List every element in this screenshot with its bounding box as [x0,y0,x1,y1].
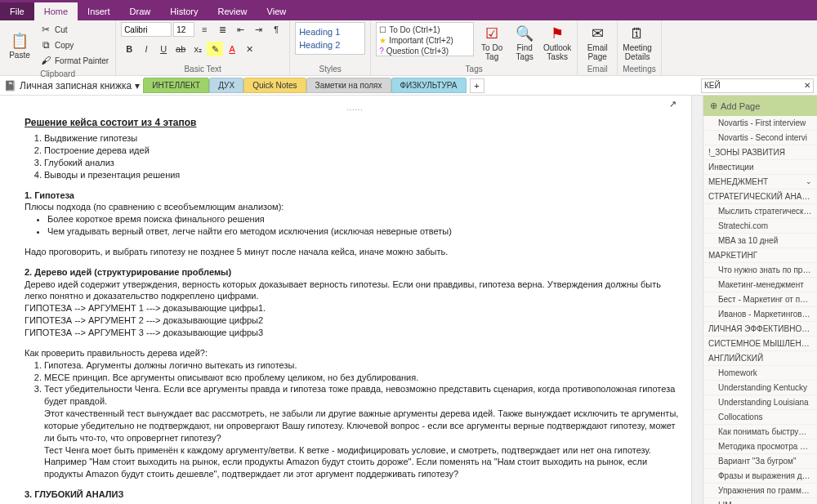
menu-history[interactable]: History [160,2,208,20]
clipboard-label: Clipboard [5,68,110,80]
page-list-item[interactable]: Collocations [703,410,817,425]
italic-button[interactable]: I [138,42,154,56]
font-color-button[interactable]: A [224,42,240,56]
popout-button[interactable]: ↗ [669,99,676,109]
page-list-item[interactable]: Фразы и выражения для з [703,469,817,484]
font-name-select[interactable] [121,22,172,37]
menu-tabs: File Home Insert Draw History Review Vie… [0,2,817,20]
ribbon: 📋 Paste ✂Cut ⧉Copy 🖌Format Painter Clipb… [0,20,817,76]
page-list-item[interactable]: LIM [703,498,817,504]
page-list-item[interactable]: !_ЗОНЫ РАЗВИТИЯ [703,145,817,160]
page-list-item[interactable]: Novartis - Second intervi [703,131,817,145]
page-scrollbar[interactable] [691,96,703,504]
outlook-tasks-button[interactable]: ⚑Outlook Tasks [542,22,572,63]
page-list-item[interactable]: Методика просмотра c cy [703,439,817,454]
tags-gallery[interactable]: ☐To Do (Ctrl+1) ★Important (Ctrl+2) ?Que… [376,22,474,56]
style-heading1: Heading 1 [299,27,361,37]
styles-label: Styles [295,63,365,75]
page-list-item[interactable]: Novartis - First interview [703,116,817,131]
underline-button[interactable]: U [155,42,172,56]
email-icon: ✉ [587,24,607,43]
numbering-button[interactable]: ≣ [214,22,230,37]
add-section-button[interactable]: + [470,78,484,93]
menu-home[interactable]: Home [34,2,78,20]
page-list-item[interactable]: Understanding Louisiana [703,395,817,410]
page-list-item[interactable]: МАРКЕТИНГ [703,248,817,263]
section-tab-1[interactable]: ДУХ [209,78,243,93]
bullets-button[interactable]: ≡ [196,22,212,37]
notebook-title[interactable]: Личная записная книжка▾ [20,80,140,91]
group-clipboard: 📋 Paste ✂Cut ⧉Copy 🖌Format Painter Clipb… [0,20,116,75]
format-painter-button[interactable]: 🖌Format Painter [38,53,110,68]
page-list-item[interactable]: Что нужно знать по проду [703,263,817,278]
page-list-item[interactable]: Вариант "За бугром" [703,454,817,469]
close-icon[interactable]: ✕ [804,81,810,90]
steps-list: Выдвижение гипотезы Построение дерева ид… [44,132,685,181]
section-tabs: ИНТЕЛЛЕКТ ДУХ Quick Notes Заметки на пол… [143,78,698,93]
page-list-item[interactable]: МЕНЕДЖМЕНТ⌄ [703,175,817,190]
page-list-item[interactable]: Как понимать быструю ре [703,425,817,439]
add-page-button[interactable]: ⊕Add Page [703,96,817,116]
page-list-item[interactable]: Understanding Kentucky [703,381,817,395]
menu-review[interactable]: Review [208,2,257,20]
section-tab-3[interactable]: Заметки на полях [306,78,391,93]
page-list-item[interactable]: Инвестиции [703,160,817,175]
cut-icon: ✂ [39,23,52,36]
cut-button[interactable]: ✂Cut [38,22,110,37]
menu-insert[interactable]: Insert [78,2,120,20]
subscript-button[interactable]: x₂ [190,42,206,56]
note-content[interactable]: Решение кейса состоит из 4 этапов Выдвиж… [25,116,685,501]
page-list-item[interactable]: АНГЛИЙСКИЙ [703,351,817,366]
meetings-label: Meetings [623,63,656,75]
meeting-icon: 🗓 [627,24,647,43]
page-list-item[interactable]: Макетинг-менеджмент [703,278,817,292]
find-tags-button[interactable]: 🔍Find Tags [510,22,539,63]
page-list-item[interactable]: Иванов - Маркетинговый [703,307,817,322]
email-label: Email [583,63,612,75]
page-list-item[interactable]: СИСТЕМНОЕ МЫШЛЕНИЕ [703,337,817,351]
basic-text-label: Basic Text [121,63,284,75]
plus-icon: ⊕ [710,100,717,111]
page-list-item[interactable]: Мыслить стратегически Н [703,204,817,219]
font-size-select[interactable] [173,22,194,37]
clear-format-button[interactable]: ✕ [241,42,257,56]
page-title: Решение кейса состоит из 4 этапов [25,116,685,129]
page-canvas[interactable]: ⋯⋯ ↗ Решение кейса состоит из 4 этапов В… [0,96,691,504]
bold-button[interactable]: B [121,42,137,56]
page-list-item[interactable]: СТРАТЕГИЧЕСКИЙ АНАЛИЗ [703,190,817,204]
meeting-details-button[interactable]: 🗓Meeting Details [623,22,652,63]
flag-icon: ⚑ [547,24,567,43]
section-tab-2[interactable]: Quick Notes [243,78,306,93]
copy-button[interactable]: ⧉Copy [38,38,110,52]
strike-button[interactable]: ab [172,42,189,56]
tag-todo: ☐To Do (Ctrl+1) [378,25,471,35]
paste-button[interactable]: 📋 Paste [5,22,34,68]
menu-view[interactable]: View [257,2,297,20]
notebook-icon[interactable]: 📓 [3,79,16,92]
outdent-button[interactable]: ⇤ [232,22,248,37]
drag-handle[interactable]: ⋯⋯ [25,104,685,116]
page-list-item[interactable]: ЛИЧНАЯ ЭФФЕКТИВНОСТЬ [703,322,817,337]
email-page-button[interactable]: ✉Email Page [583,22,612,63]
page-list-item[interactable]: MBA за 10 дней [703,234,817,248]
styles-gallery[interactable]: Heading 1 Heading 2 [295,22,365,55]
section-tab-4[interactable]: ФИЗКУЛЬТУРА [391,78,467,93]
search-input[interactable]: КЕЙ ✕ [701,78,814,93]
highlight-button[interactable]: ✎ [207,42,223,56]
todo-tag-button[interactable]: ☑To Do Tag [477,22,507,63]
section-tab-0[interactable]: ИНТЕЛЛЕКТ [143,78,209,93]
tag-question: ?Question (Ctrl+3) [378,46,471,56]
page-list-item[interactable]: Упражнения по граммати [703,484,817,498]
chevron-down-icon: ⌄ [806,177,812,185]
indent-button[interactable]: ⇥ [250,22,266,37]
page-list-item[interactable]: Homework [703,366,817,381]
copy-icon: ⧉ [39,38,52,51]
page-list-item[interactable]: Stratechi.com [703,219,817,234]
menu-file[interactable]: File [0,2,34,20]
align-button[interactable]: ¶ [268,22,284,37]
group-tags: ☐To Do (Ctrl+1) ★Important (Ctrl+2) ?Que… [371,20,578,75]
tag-important: ★Important (Ctrl+2) [378,35,471,46]
checkbox-icon: ☑ [482,24,502,43]
page-list-item[interactable]: Бест - Маркетинг от потре [703,292,817,307]
menu-draw[interactable]: Draw [120,2,161,20]
